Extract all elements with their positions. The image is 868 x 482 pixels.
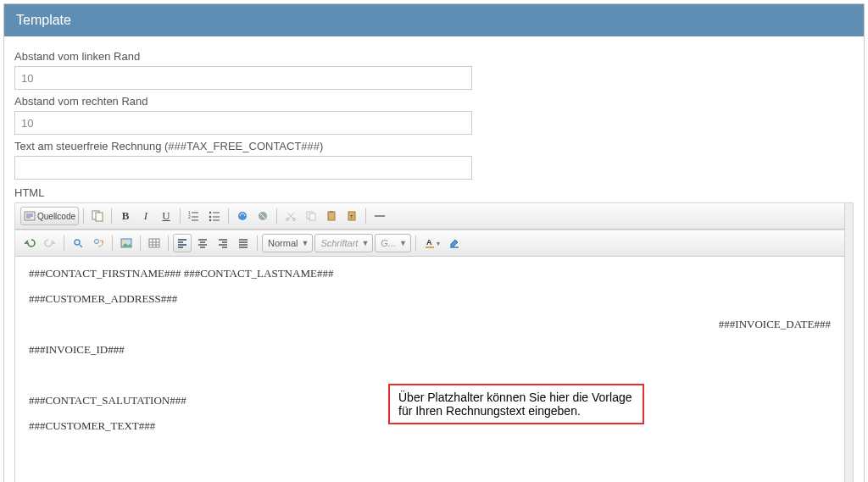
- bg-color-button[interactable]: [445, 234, 464, 252]
- unordered-list-button[interactable]: [205, 207, 224, 225]
- svg-point-19: [75, 240, 80, 245]
- template-line: ###CONTACT_FIRSTNAME### ###CONTACT_LASTN…: [29, 267, 831, 280]
- left-margin-label: Abstand vom linken Rand: [14, 50, 854, 63]
- svg-rect-26: [450, 247, 459, 248]
- ordered-list-icon: 12: [188, 210, 200, 222]
- editor-toolbar-row2: Normal ▼ Schriftart ▼ G... ▼: [15, 230, 844, 257]
- separator: [415, 235, 416, 251]
- image-icon: [120, 237, 132, 249]
- align-left-icon: [176, 237, 188, 249]
- align-justify-icon: [237, 237, 249, 249]
- size-combo-label: G...: [381, 238, 396, 248]
- left-margin-input[interactable]: [14, 66, 472, 90]
- hint-text: Über Platzhalter können Sie hier die Vor…: [398, 391, 632, 418]
- separator: [111, 208, 112, 224]
- chevron-down-icon: ▼: [399, 239, 407, 247]
- separator: [180, 208, 181, 224]
- separator: [228, 208, 229, 224]
- svg-point-7: [209, 219, 211, 221]
- separator: [83, 208, 84, 224]
- format-combo-label: Normal: [268, 238, 298, 248]
- size-combo[interactable]: G... ▼: [375, 234, 411, 252]
- align-right-button[interactable]: [214, 234, 232, 252]
- unlink-button[interactable]: [253, 207, 272, 225]
- paste-icon: [326, 210, 337, 222]
- editor-scrollbar[interactable]: [844, 203, 853, 482]
- redo-button[interactable]: [41, 234, 59, 252]
- undo-button[interactable]: [20, 234, 39, 252]
- find-icon: [72, 237, 84, 249]
- svg-rect-18: [375, 215, 385, 217]
- svg-rect-2: [96, 213, 103, 221]
- underline-button[interactable]: U: [157, 207, 175, 225]
- font-combo[interactable]: Schriftart ▼: [314, 234, 373, 252]
- find-button[interactable]: [69, 234, 87, 252]
- chevron-down-icon: ▼: [301, 239, 309, 247]
- bold-button[interactable]: B: [116, 207, 135, 225]
- templates-icon: [92, 210, 103, 222]
- svg-point-6: [209, 216, 211, 218]
- source-button[interactable]: Quellcode: [20, 207, 79, 225]
- paste-text-button[interactable]: T: [342, 207, 361, 225]
- template-line: ###INVOICE_ID###: [29, 343, 831, 357]
- template-line-right: ###INVOICE_DATE###: [29, 318, 831, 331]
- ordered-list-button[interactable]: 12: [185, 207, 203, 225]
- panel-header: Template: [4, 4, 864, 36]
- align-justify-button[interactable]: [234, 234, 253, 252]
- unordered-list-icon: [209, 210, 220, 222]
- right-margin-input[interactable]: [14, 111, 472, 135]
- svg-text:T: T: [350, 214, 353, 219]
- svg-point-20: [95, 240, 99, 244]
- panel-title: Template: [16, 13, 71, 27]
- link-icon: [236, 210, 248, 222]
- separator: [112, 235, 113, 251]
- source-label: Quellcode: [37, 212, 75, 221]
- format-combo[interactable]: Normal ▼: [262, 234, 313, 252]
- unlink-icon: [257, 210, 269, 222]
- align-center-icon: [197, 237, 209, 249]
- align-left-button[interactable]: [173, 234, 192, 252]
- panel-body: Abstand vom linken Rand Abstand vom rech…: [4, 36, 864, 482]
- align-center-button[interactable]: [193, 234, 212, 252]
- text-color-icon: A: [424, 237, 436, 249]
- image-button[interactable]: [117, 234, 136, 252]
- template-panel: Template Abstand vom linken Rand Abstand…: [3, 3, 865, 482]
- font-combo-label: Schriftart: [320, 238, 358, 248]
- html-editor: Quellcode B I U 12: [14, 202, 854, 482]
- italic-button[interactable]: I: [136, 207, 155, 225]
- separator: [276, 208, 277, 224]
- editor-toolbar-row1: Quellcode B I U 12: [15, 203, 844, 230]
- source-icon: [24, 210, 36, 222]
- text-color-button[interactable]: A ▾: [420, 234, 443, 252]
- chevron-down-icon: ▾: [437, 240, 440, 247]
- template-line: ###CUSTOMER_ADDRESS###: [29, 292, 831, 306]
- svg-point-22: [124, 241, 126, 244]
- cut-icon: [285, 210, 297, 222]
- editor-content[interactable]: ###CONTACT_FIRSTNAME### ###CONTACT_LASTN…: [15, 257, 844, 482]
- chevron-down-icon: ▼: [361, 239, 369, 247]
- table-icon: [148, 237, 160, 249]
- replace-icon: [92, 237, 104, 249]
- cut-button[interactable]: [281, 207, 300, 225]
- separator: [64, 235, 64, 251]
- hint-callout: Über Platzhalter können Sie hier die Vor…: [388, 384, 644, 424]
- redo-icon: [44, 237, 56, 249]
- templates-button[interactable]: [88, 207, 107, 225]
- table-button[interactable]: [145, 234, 164, 252]
- undo-icon: [24, 237, 36, 249]
- svg-rect-23: [149, 239, 159, 247]
- paste-button[interactable]: [322, 207, 341, 225]
- separator: [365, 208, 366, 224]
- tax-free-input[interactable]: [14, 156, 472, 180]
- hr-icon: [374, 210, 386, 222]
- copy-button[interactable]: [302, 207, 320, 225]
- separator: [140, 235, 141, 251]
- hr-button[interactable]: [370, 207, 389, 225]
- tax-free-label: Text am steuerfreie Rechnung (###TAX_FRE…: [14, 140, 854, 152]
- svg-rect-14: [328, 212, 335, 220]
- svg-rect-13: [309, 213, 315, 220]
- svg-rect-25: [426, 247, 434, 248]
- replace-button[interactable]: [89, 234, 108, 252]
- link-button[interactable]: [233, 207, 252, 225]
- copy-icon: [305, 210, 317, 222]
